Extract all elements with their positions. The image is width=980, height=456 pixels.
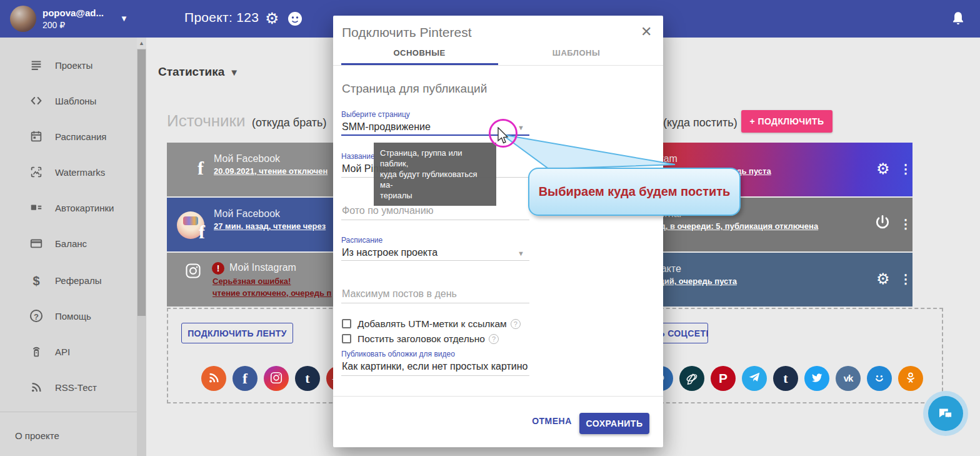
tumblr-social-icon[interactable]: t [773, 366, 798, 391]
user-avatar[interactable] [10, 6, 36, 32]
sidebar-item-autoimages[interactable]: Автокартинки [0, 196, 137, 221]
tab-main[interactable]: ОСНОВНЫЕ [341, 48, 498, 58]
sidebar-item-templates[interactable]: Шаблоны [0, 89, 137, 114]
sources-header: Источники (откуда брать) [167, 111, 326, 131]
sidebar-item-rss-test[interactable]: RSS-Тест [0, 375, 137, 400]
card-status-link[interactable]: 27 мин. назад, чтение через [214, 221, 326, 231]
tooltip-line: териалы [380, 190, 490, 201]
save-button[interactable]: СОХРАНИТЬ [579, 413, 649, 434]
section-title: Страница для публикаций [342, 82, 487, 96]
vk-social-icon[interactable]: vk [836, 366, 861, 391]
card-more-dots-icon[interactable]: ⋮ [899, 271, 912, 286]
callout-text: Выбираем куда будем постить [529, 185, 739, 199]
instagram-icon [184, 262, 202, 282]
tooltip-line: Страница, группа или паблик, [380, 148, 490, 169]
sources-title: Источники [167, 111, 246, 130]
card-gear-icon[interactable]: ⚙ [876, 270, 890, 288]
max-posts-input[interactable] [342, 288, 529, 300]
select-tooltip: Страница, группа или паблик, куда будут … [374, 143, 496, 206]
notifications-bell-icon[interactable] [950, 10, 966, 30]
post-title-checkbox-row[interactable]: Постить заголовок отдельно? [342, 333, 499, 345]
my-mir-social-icon[interactable] [867, 366, 892, 391]
cancel-button[interactable]: ОТМЕНА [524, 416, 580, 426]
user-menu-caret-icon[interactable]: ▼ [120, 14, 128, 23]
card-power-icon[interactable] [873, 213, 892, 235]
rss-social-icon[interactable] [201, 366, 226, 391]
targets-subtitle: (куда постить) [663, 116, 738, 129]
auto-images-icon [29, 201, 44, 216]
tooltip-line: куда будут публиковаться ма- [380, 169, 490, 190]
connect-pinterest-dialog: Подключить Pinterest ✕ ОСНОВНЫЕ ШАБЛОНЫ … [333, 16, 663, 447]
calendar-icon [29, 129, 44, 144]
sidebar-divider [0, 412, 137, 412]
dollar-icon: $ [29, 273, 44, 288]
chat-widget-button[interactable] [928, 396, 963, 431]
livejournal-social-icon[interactable] [679, 366, 704, 391]
facebook-social-icon[interactable]: f [232, 366, 258, 391]
project-settings-gear-icon[interactable]: ⚙ [265, 9, 279, 28]
connect-target-button[interactable]: + ПОДКЛЮЧИТЬ [741, 110, 832, 133]
dialog-title: Подключить Pinterest [342, 25, 471, 40]
card-more-dots-icon[interactable]: ⋮ [899, 216, 912, 231]
error-badge-icon: ! [212, 262, 224, 275]
schedule-select-label: Расписание [341, 236, 382, 245]
instagram-social-icon[interactable] [264, 366, 289, 391]
video-covers-select[interactable]: Как картинки, если нет простых картино [342, 361, 529, 372]
close-icon[interactable]: ✕ [641, 24, 652, 40]
sidebar-item-referrals[interactable]: $ Рефералы [0, 268, 137, 293]
scrollbar-up-arrow-icon[interactable]: ▲ [137, 38, 146, 49]
stats-header[interactable]: Статистика▼ [158, 65, 239, 79]
sidebar-scrollbar[interactable]: ▲ [137, 38, 146, 456]
telegram-social-icon[interactable] [742, 366, 767, 391]
video-covers-underline [341, 375, 529, 376]
scrollbar-thumb[interactable] [138, 49, 146, 316]
max-posts-underline [341, 303, 529, 303]
sources-subtitle: (откуда брать) [248, 116, 326, 129]
active-tab-underline [341, 63, 498, 65]
help-question-icon: ? [29, 309, 44, 324]
card-status-link[interactable]: 20.09.2021, чтение отключен [214, 166, 328, 176]
project-title[interactable]: Проект: 123 [184, 10, 259, 25]
user-balance: 200 ₽ [42, 20, 65, 30]
connect-feed-button[interactable]: ПОДКЛЮЧИТЬ ЛЕНТУ [181, 323, 293, 343]
watermark-frame-icon [29, 165, 44, 180]
sidebar-item-help[interactable]: ? Помощь [0, 304, 137, 329]
facebook-icon: f [199, 221, 205, 243]
tab-templates[interactable]: ШАБЛОНЫ [498, 48, 654, 58]
schedule-select[interactable]: Из настроек проекта [342, 247, 523, 258]
facebook-icon: f [198, 158, 204, 179]
card-error-link[interactable]: Серьёзная ошибка! [212, 276, 291, 286]
api-antenna-icon [29, 345, 44, 360]
user-email[interactable]: popova@ad... [42, 8, 104, 18]
sidebar-item-balance[interactable]: Баланс [0, 231, 137, 256]
sidebar-item-watermarks[interactable]: Watermarks [0, 160, 137, 185]
select-caret-icon[interactable]: ▼ [518, 250, 524, 257]
card-gear-icon[interactable]: ⚙ [876, 160, 890, 178]
checkbox-icon[interactable] [342, 334, 351, 343]
utm-checkbox-row[interactable]: Добавлять UTM-метки к ссылкам? [342, 318, 521, 330]
card-title: Мой Facebook [214, 153, 280, 165]
checkbox-icon[interactable] [342, 319, 351, 328]
pinterest-social-icon[interactable]: P [711, 366, 736, 391]
sidebar-item-schedules[interactable]: Расписания [0, 124, 137, 149]
card-error-link[interactable]: чтение отключено, очередь п [212, 288, 331, 298]
project-persona-icon[interactable] [287, 11, 303, 29]
twitter-social-icon[interactable] [804, 366, 829, 391]
footer-divider [333, 396, 663, 397]
video-covers-label: Публиковать обложки для видео [341, 350, 455, 358]
odnoklassniki-social-icon[interactable] [898, 366, 923, 391]
wallet-card-icon [29, 236, 44, 251]
sidebar-item-about-project[interactable]: О проекте [15, 430, 59, 441]
code-brackets-icon [29, 94, 44, 109]
help-question-icon[interactable]: ? [489, 334, 499, 344]
annotation-callout: Выбираем куда будем постить [528, 168, 741, 216]
card-title: Мой Instagram [229, 262, 296, 273]
tumblr-social-icon[interactable]: t [295, 366, 320, 391]
card-title: Мой Facebook [214, 208, 280, 220]
help-question-icon[interactable]: ? [511, 319, 521, 329]
card-more-dots-icon[interactable]: ⋮ [899, 161, 912, 176]
sidebar: Проекты Шаблоны Расписания Watermarks Ав… [0, 38, 146, 456]
schedule-underline [341, 260, 529, 261]
sidebar-item-api[interactable]: API [0, 340, 137, 365]
sidebar-item-projects[interactable]: Проекты [0, 53, 137, 78]
